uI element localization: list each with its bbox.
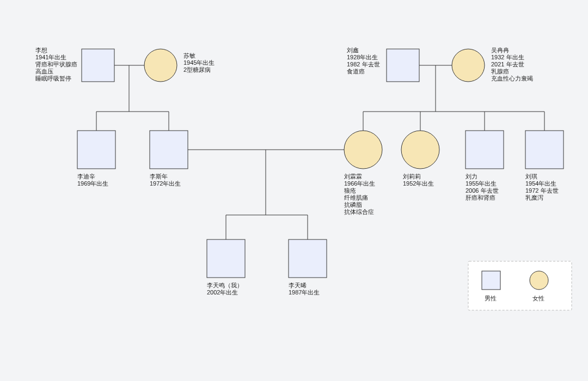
- label-lidixin: 李迪辛 1969年出生: [77, 173, 108, 187]
- node-liuqi: [525, 131, 564, 169]
- node-wuranran: [452, 49, 485, 82]
- node-litianming: [207, 239, 245, 278]
- node-sumin: [144, 49, 177, 82]
- label-lisinian: 李斯年 1972年出生: [150, 173, 181, 187]
- label-lixiang: 李想 1941年出生 肾癌和甲状腺癌 高血压 睡眠呼吸暂停: [35, 47, 79, 82]
- legend-female-icon: [530, 271, 548, 290]
- label-wuranran: 吴冉冉 1932 年出生 2021 年去世 乳腺癌 充血性心力衰竭: [491, 47, 533, 82]
- label-litianxi: 李天晞 1987年出生: [289, 282, 320, 296]
- node-lisinian: [150, 131, 188, 169]
- legend-male-icon: [482, 271, 500, 290]
- node-litianxi: [289, 239, 327, 278]
- node-liulili: [401, 131, 439, 169]
- node-liuli: [465, 131, 504, 169]
- label-sumin: 苏敏 1945年出生 2型糖尿病: [183, 52, 217, 73]
- label-liuxin: 刘鑫 1928年出生 1982 年去世 食道癌: [347, 47, 382, 75]
- label-litianming: 李天鸣（我） 2002年出生: [207, 282, 244, 296]
- label-liuqi: 刘琪 1954年出生 1972 年去世 乳糜泻: [525, 173, 560, 201]
- node-lixiang: [82, 49, 114, 82]
- node-liuxin: [387, 49, 419, 82]
- legend-female-label: 女性: [532, 295, 544, 302]
- node-lidixin: [77, 131, 115, 169]
- legend-male-label: 男性: [485, 295, 497, 302]
- label-liulili: 刘莉莉 1952年出生: [403, 173, 434, 187]
- label-liulinlin: 刘霖霖 1966年出生 狼疮 纤维肌痛 抗磷脂 抗体综合症: [344, 173, 377, 215]
- label-liuli: 刘力 1955年出生 2006 年去世 肝癌和肾癌: [465, 173, 500, 201]
- node-liulinlin: [344, 131, 382, 169]
